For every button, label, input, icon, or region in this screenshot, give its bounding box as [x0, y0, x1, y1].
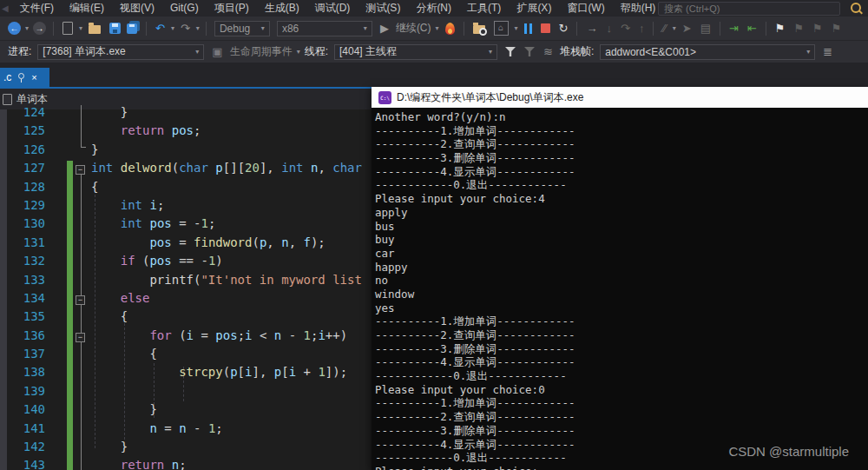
- back-dropdown[interactable]: ▾: [25, 24, 29, 32]
- menu-item-7[interactable]: 调试(D): [307, 0, 358, 17]
- code-text: int pos = -1;: [45, 216, 215, 235]
- line-number: 142: [0, 440, 45, 458]
- breadcrumb-project[interactable]: 单词本: [16, 92, 48, 107]
- line-number: 133: [0, 273, 45, 291]
- thread-dropdown[interactable]: [404] 主线程▾: [334, 44, 497, 60]
- bookmark-button[interactable]: ⚑: [775, 21, 786, 36]
- console-output[interactable]: Another word?(y/n):n----------1.增加单词----…: [372, 108, 868, 470]
- process-dropdown[interactable]: [7368] 单词本.exe▾: [37, 44, 204, 60]
- code-text: }: [45, 402, 157, 420]
- solution-platform-dropdown-value: x86: [282, 23, 360, 35]
- filter-threads-button[interactable]: [505, 47, 516, 56]
- clear-bookmarks-button[interactable]: ⚑: [832, 21, 842, 36]
- new-file-button[interactable]: [62, 22, 73, 35]
- step-over-button[interactable]: ↷: [621, 21, 630, 36]
- line-number: 134: [0, 291, 45, 309]
- console-titlebar[interactable]: C:\ D:\编程文件夹\单词本\Debug\单词本.exe: [372, 87, 868, 108]
- breakpoints-window-button[interactable]: [494, 21, 509, 36]
- prev-bookmark-button[interactable]: ⚑: [793, 21, 804, 36]
- lifecycle-events-button[interactable]: 生命周期事件: [230, 44, 293, 59]
- menu-item-3[interactable]: 视图(V): [112, 0, 162, 17]
- menu-items: 文件(F)编辑(E)视图(V)Git(G)项目(P)生成(B)调试(D)测试(S…: [12, 0, 664, 17]
- solution-config-dropdown[interactable]: Debug▾: [214, 21, 270, 36]
- stack-frame-dropdown[interactable]: addword<E&C001>▾: [600, 44, 815, 60]
- hex-display-button[interactable]: ∕∕: [662, 21, 666, 36]
- line-number: 127: [0, 161, 45, 179]
- indent-button[interactable]: ⇥: [729, 21, 739, 36]
- undo-button[interactable]: ↶: [155, 21, 165, 36]
- solution-platform-dropdown-caret-icon[interactable]: ▾: [364, 24, 367, 32]
- next-bookmark-button[interactable]: ⚑: [812, 21, 823, 36]
- menu-item-1[interactable]: 文件(F): [12, 0, 62, 17]
- search-input[interactable]: [659, 3, 850, 15]
- menu-item-13[interactable]: 帮助(H): [613, 0, 664, 17]
- stop-button[interactable]: [541, 23, 550, 33]
- lifecycle-icon[interactable]: ▣: [212, 44, 222, 60]
- suspend-threads-button[interactable]: ≋: [543, 44, 553, 60]
- line-number: 136: [0, 328, 45, 347]
- redo-button[interactable]: ↷: [181, 21, 190, 36]
- quick-search-box[interactable]: [658, 2, 840, 16]
- continue-label[interactable]: 继续(C): [396, 21, 431, 36]
- search-icon[interactable]: [851, 3, 861, 13]
- console-line: ----------4.显示单词------------: [375, 355, 868, 369]
- menu-item-12[interactable]: 窗口(W): [559, 0, 612, 17]
- new-file-dropdown[interactable]: ▾: [79, 24, 82, 32]
- stack-frame-dropdown-caret-icon[interactable]: ▾: [806, 48, 810, 56]
- continue-button[interactable]: ▶: [380, 21, 389, 36]
- outdent-button[interactable]: ⇤: [747, 21, 757, 36]
- solution-platform-dropdown[interactable]: x86▾: [277, 21, 372, 36]
- lifecycle-dropdown[interactable]: ▾: [297, 48, 300, 56]
- hot-reload-button[interactable]: [445, 23, 455, 35]
- pause-button[interactable]: [524, 23, 532, 34]
- menu-item-6[interactable]: 生成(B): [257, 0, 307, 17]
- filter-flagged-button[interactable]: [524, 47, 535, 56]
- console-window[interactable]: C:\ D:\编程文件夹\单词本\Debug\单词本.exe Another w…: [372, 87, 868, 470]
- thread-label[interactable]: 线程:: [305, 44, 328, 59]
- save-button[interactable]: [109, 23, 121, 34]
- line-number: 141: [0, 421, 45, 440]
- code-text: return pos;: [45, 123, 201, 142]
- restart-button[interactable]: ↻: [559, 21, 569, 36]
- redo-dropdown[interactable]: ▾: [196, 24, 200, 32]
- document-tab-strip: .c ×: [0, 63, 868, 89]
- console-line: ----------1.增加单词------------: [375, 396, 868, 410]
- process-label[interactable]: 进程:: [8, 44, 31, 59]
- active-document-tab[interactable]: .c ×: [0, 68, 49, 87]
- hex-dropdown[interactable]: ▾: [673, 24, 676, 32]
- continue-dropdown[interactable]: ▾: [436, 24, 439, 32]
- menu-item-11[interactable]: 扩展(X): [509, 0, 559, 17]
- toolbar-separator: [576, 22, 577, 36]
- toolbar-overflow-button[interactable]: ≣: [823, 44, 832, 60]
- process-dropdown-caret-icon[interactable]: ▾: [195, 48, 199, 56]
- pointer-mode-button[interactable]: ➤: [682, 21, 692, 36]
- undo-dropdown[interactable]: ▾: [171, 24, 174, 32]
- step-out-button[interactable]: ↑: [639, 21, 645, 36]
- menu-item-5[interactable]: 项目(P): [207, 0, 257, 17]
- menu-item-4[interactable]: Git(G): [162, 0, 207, 17]
- save-all-button[interactable]: [127, 23, 137, 34]
- step-into-button[interactable]: ↓: [606, 21, 612, 36]
- code-text: }: [45, 142, 98, 161]
- thread-dropdown-caret-icon[interactable]: ▾: [489, 48, 492, 56]
- output-dropdown[interactable]: ▾: [515, 24, 518, 32]
- menu-bar: ◀ 文件(F)编辑(E)视图(V)Git(G)项目(P)生成(B)调试(D)测试…: [0, 0, 868, 17]
- back-button[interactable]: ←: [8, 22, 21, 35]
- code-text: [45, 384, 91, 402]
- menu-item-8[interactable]: 测试(S): [358, 0, 408, 17]
- menu-item-2[interactable]: 编辑(E): [62, 0, 112, 17]
- line-number: 139: [0, 384, 45, 402]
- menu-item-10[interactable]: 工具(T): [459, 0, 509, 17]
- open-file-button[interactable]: [89, 25, 101, 34]
- solution-config-dropdown-caret-icon[interactable]: ▾: [261, 24, 265, 32]
- code-text: {: [45, 347, 157, 365]
- stack-frame-label[interactable]: 堆栈帧:: [560, 44, 594, 59]
- show-next-statement-button[interactable]: →: [586, 21, 597, 36]
- menu-item-9[interactable]: 分析(N): [408, 0, 459, 17]
- forward-button[interactable]: →: [33, 22, 46, 35]
- line-number: 128: [0, 180, 45, 198]
- code-map-button[interactable]: ▤: [700, 21, 711, 36]
- find-in-files-button[interactable]: [473, 25, 485, 34]
- close-icon[interactable]: ×: [31, 72, 36, 83]
- pin-icon[interactable]: [17, 72, 24, 83]
